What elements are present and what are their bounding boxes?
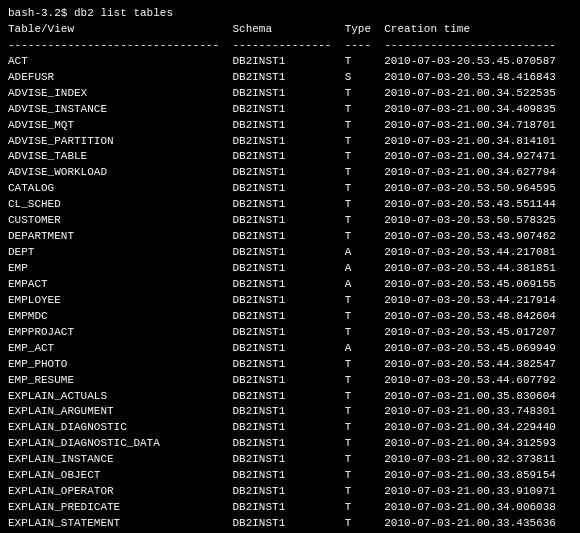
table-row: CATALOG DB2INST1 T 2010-07-03-20.53.50.9… — [8, 181, 572, 197]
column-header: Table/View Schema Type Creation time — [8, 22, 572, 38]
table-row: EXPLAIN_DIAGNOSTIC_DATA DB2INST1 T 2010-… — [8, 436, 572, 452]
table-row: EXPLAIN_OBJECT DB2INST1 T 2010-07-03-21.… — [8, 468, 572, 484]
table-row: EMP_ACT DB2INST1 A 2010-07-03-20.53.45.0… — [8, 341, 572, 357]
table-row: ACT DB2INST1 T 2010-07-03-20.53.45.07058… — [8, 54, 572, 70]
table-row: ADVISE_MQT DB2INST1 T 2010-07-03-21.00.3… — [8, 118, 572, 134]
table-row: EMP_PHOTO DB2INST1 T 2010-07-03-20.53.44… — [8, 357, 572, 373]
table-row: ADVISE_INDEX DB2INST1 T 2010-07-03-21.00… — [8, 86, 572, 102]
table-row: ADVISE_TABLE DB2INST1 T 2010-07-03-21.00… — [8, 149, 572, 165]
table-row: DEPT DB2INST1 A 2010-07-03-20.53.44.2170… — [8, 245, 572, 261]
table-row: CUSTOMER DB2INST1 T 2010-07-03-20.53.50.… — [8, 213, 572, 229]
table-row: ADVISE_WORKLOAD DB2INST1 T 2010-07-03-21… — [8, 165, 572, 181]
table-row: EXPLAIN_ACTUALS DB2INST1 T 2010-07-03-21… — [8, 389, 572, 405]
table-row: EMPPROJACT DB2INST1 T 2010-07-03-20.53.4… — [8, 325, 572, 341]
table-row: ADVISE_INSTANCE DB2INST1 T 2010-07-03-21… — [8, 102, 572, 118]
column-separator: -------------------------------- -------… — [8, 38, 572, 54]
table-row: DEPARTMENT DB2INST1 T 2010-07-03-20.53.4… — [8, 229, 572, 245]
table-row: EMPMDC DB2INST1 T 2010-07-03-20.53.48.84… — [8, 309, 572, 325]
table-row: EXPLAIN_ARGUMENT DB2INST1 T 2010-07-03-2… — [8, 404, 572, 420]
terminal-window: bash-3.2$ db2 list tables Table/View Sch… — [8, 6, 572, 533]
table-row: EMPACT DB2INST1 A 2010-07-03-20.53.45.06… — [8, 277, 572, 293]
table-row: EXPLAIN_OPERATOR DB2INST1 T 2010-07-03-2… — [8, 484, 572, 500]
table-row: EXPLAIN_INSTANCE DB2INST1 T 2010-07-03-2… — [8, 452, 572, 468]
table-row: EXPLAIN_DIAGNOSTIC DB2INST1 T 2010-07-03… — [8, 420, 572, 436]
table-row: EXPLAIN_PREDICATE DB2INST1 T 2010-07-03-… — [8, 500, 572, 516]
table-rows: ACT DB2INST1 T 2010-07-03-20.53.45.07058… — [8, 54, 572, 533]
prompt-line: bash-3.2$ db2 list tables — [8, 6, 572, 22]
table-row: ADEFUSR DB2INST1 S 2010-07-03-20.53.48.4… — [8, 70, 572, 86]
table-row: EMPLOYEE DB2INST1 T 2010-07-03-20.53.44.… — [8, 293, 572, 309]
table-row: EMP_RESUME DB2INST1 T 2010-07-03-20.53.4… — [8, 373, 572, 389]
table-row: ADVISE_PARTITION DB2INST1 T 2010-07-03-2… — [8, 134, 572, 150]
table-row: EMP DB2INST1 A 2010-07-03-20.53.44.38185… — [8, 261, 572, 277]
table-row: EXPLAIN_STATEMENT DB2INST1 T 2010-07-03-… — [8, 516, 572, 532]
table-row: CL_SCHED DB2INST1 T 2010-07-03-20.53.43.… — [8, 197, 572, 213]
